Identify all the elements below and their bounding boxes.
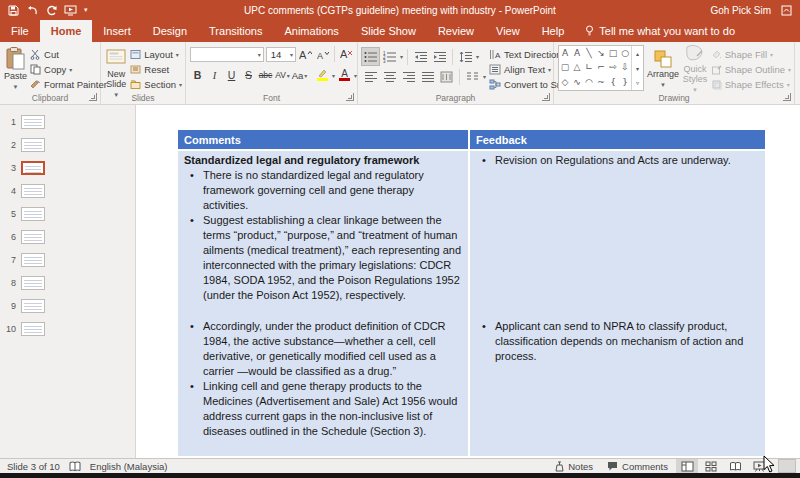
decrease-indent-button[interactable]: [412, 48, 429, 65]
slide-thumbnail[interactable]: 1: [0, 110, 135, 133]
shape-item[interactable]: ⌐: [595, 61, 607, 76]
reset-button[interactable]: Reset: [130, 62, 182, 76]
shape-item[interactable]: ▢: [559, 61, 571, 76]
comments-cell-row1[interactable]: Standardized legal and regulatory framew…: [178, 151, 468, 317]
slide-show-button[interactable]: [748, 459, 770, 474]
format-painter-button[interactable]: Format Painter: [30, 77, 107, 91]
slide-thumbnail[interactable]: 9: [0, 294, 135, 317]
redo-icon[interactable]: [46, 5, 57, 16]
layout-button[interactable]: Layout ▾: [130, 47, 182, 61]
align-right-button[interactable]: [400, 68, 417, 85]
tab-help[interactable]: Help: [531, 20, 576, 42]
shape-item[interactable]: ○: [619, 46, 631, 61]
shapes-scroll-up-icon[interactable]: ▴: [632, 46, 643, 61]
font-size-combobox[interactable]: 14▾: [266, 47, 296, 62]
section-button[interactable]: Section ▾: [130, 77, 182, 91]
font-color-button[interactable]: A: [337, 67, 352, 83]
clipboard-dialog-launcher[interactable]: [89, 93, 97, 101]
numbering-button[interactable]: 123: [381, 48, 398, 65]
decrease-font-size-button[interactable]: A: [315, 46, 330, 62]
columns-button[interactable]: [438, 68, 455, 85]
shape-item[interactable]: A: [559, 46, 571, 61]
tab-home[interactable]: Home: [40, 20, 93, 42]
shapes-more-icon[interactable]: ▿: [632, 75, 643, 90]
slide-thumbnail[interactable]: 5: [0, 202, 135, 225]
text-shadow-button[interactable]: abc: [258, 67, 273, 83]
shape-fill-button[interactable]: Shape Fill ▾: [711, 48, 791, 62]
bullets-button[interactable]: [362, 48, 379, 65]
tab-animations[interactable]: Animations: [273, 20, 349, 42]
shape-item[interactable]: }: [619, 75, 631, 90]
clear-formatting-button[interactable]: A: [339, 46, 354, 62]
tab-file[interactable]: File: [0, 20, 40, 42]
font-name-combobox[interactable]: ▾: [190, 47, 264, 62]
align-left-button[interactable]: [362, 68, 379, 85]
tab-view[interactable]: View: [485, 20, 531, 42]
slide-thumbnail[interactable]: 6: [0, 225, 135, 248]
shape-item[interactable]: △: [571, 61, 583, 76]
paste-button[interactable]: Paste ▼: [4, 45, 27, 91]
slide-thumbnail[interactable]: 10: [0, 317, 135, 340]
shape-item[interactable]: ∟: [583, 61, 595, 76]
shapes-scroll-down-icon[interactable]: ▾: [632, 61, 643, 76]
reading-view-button[interactable]: [724, 459, 746, 474]
tab-slide-show[interactable]: Slide Show: [350, 20, 427, 42]
italic-button[interactable]: I: [207, 67, 222, 83]
start-from-beginning-icon[interactable]: [64, 5, 77, 16]
tell-me-box[interactable]: Tell me what you want to do: [575, 20, 745, 42]
customize-qat-icon[interactable]: ▾: [84, 6, 88, 14]
arrange-button[interactable]: Arrange ▼: [647, 45, 679, 91]
increase-indent-button[interactable]: [431, 48, 448, 65]
comments-cell-row2[interactable]: Accordingly, under the product definitio…: [178, 317, 468, 456]
tab-review[interactable]: Review: [427, 20, 485, 42]
shape-item[interactable]: ◇: [559, 75, 571, 90]
slide-thumbnail[interactable]: 3: [0, 156, 135, 179]
undo-icon[interactable]: [26, 5, 39, 16]
shape-outline-button[interactable]: Shape Outline ▾: [711, 63, 791, 77]
copy-button[interactable]: Copy ▾: [30, 62, 107, 76]
shape-item[interactable]: ⇩: [619, 61, 631, 76]
increase-font-size-button[interactable]: A: [298, 46, 313, 62]
account-user-name[interactable]: Goh Pick Sim: [710, 5, 771, 16]
drawing-dialog-launcher[interactable]: [783, 93, 791, 101]
feedback-header-cell[interactable]: Feedback: [470, 130, 765, 149]
slide-thumbnail[interactable]: 2: [0, 133, 135, 156]
shape-item[interactable]: ⇨: [607, 61, 619, 76]
shape-item[interactable]: ∿: [571, 75, 583, 90]
save-icon[interactable]: [8, 5, 19, 16]
line-spacing-button[interactable]: [457, 48, 474, 65]
slide-sorter-view-button[interactable]: [700, 459, 722, 474]
slide-thumbnail[interactable]: 8: [0, 271, 135, 294]
add-remove-columns-button[interactable]: [464, 68, 481, 85]
slide-thumbnail[interactable]: 4: [0, 179, 135, 202]
shape-item[interactable]: ◠: [583, 75, 595, 90]
new-slide-button[interactable]: New Slide ▼: [105, 45, 127, 91]
proofing-icon[interactable]: [69, 461, 81, 472]
shape-effects-button[interactable]: Shape Effects ▾: [711, 77, 791, 91]
character-spacing-button[interactable]: AV▾: [275, 67, 290, 83]
shape-item[interactable]: ↘: [595, 46, 607, 61]
feedback-cell-row1[interactable]: Revision on Regulations and Acts are und…: [470, 151, 765, 317]
normal-view-button[interactable]: [676, 459, 698, 474]
comments-button[interactable]: Comments: [601, 459, 674, 474]
slide-canvas[interactable]: Comments Feedback Standardized legal and…: [137, 105, 800, 458]
zoom-control-stub[interactable]: [778, 459, 796, 473]
tab-design[interactable]: Design: [142, 20, 198, 42]
comments-header-cell[interactable]: Comments: [178, 130, 468, 149]
justify-button[interactable]: [419, 68, 436, 85]
shape-item[interactable]: A: [571, 46, 583, 61]
font-dialog-launcher[interactable]: [346, 93, 354, 101]
shape-item[interactable]: {: [607, 75, 619, 90]
comments-feedback-table[interactable]: Comments Feedback Standardized legal and…: [178, 130, 765, 456]
shape-item[interactable]: ╲: [583, 46, 595, 61]
underline-button[interactable]: U: [224, 67, 239, 83]
shape-item[interactable]: □: [607, 46, 619, 61]
strikethrough-button[interactable]: S: [241, 67, 256, 83]
bold-button[interactable]: B: [190, 67, 205, 83]
tab-insert[interactable]: Insert: [92, 20, 142, 42]
ribbon-display-options-icon[interactable]: [781, 5, 792, 16]
align-center-button[interactable]: [381, 68, 398, 85]
slide-indicator[interactable]: Slide 3 of 10: [7, 461, 60, 472]
notes-button[interactable]: Notes: [549, 459, 599, 474]
tab-transitions[interactable]: Transitions: [198, 20, 273, 42]
